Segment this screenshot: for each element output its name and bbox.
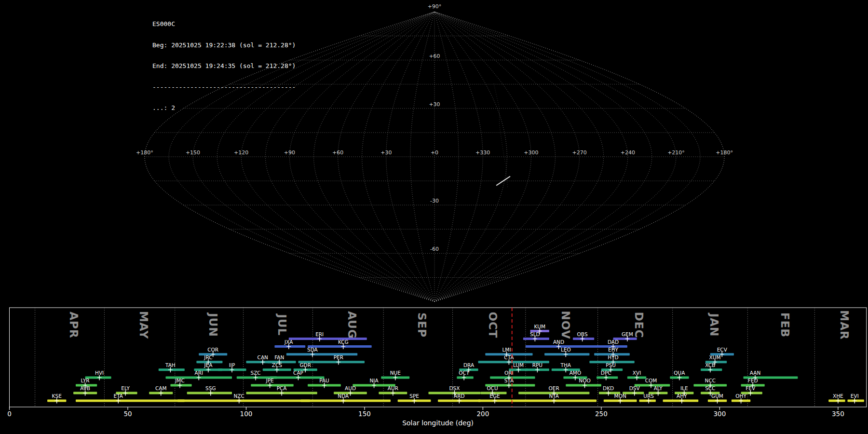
x-axis-title: Solar longitude (deg) xyxy=(402,419,474,427)
shower-label: SSG xyxy=(205,385,216,391)
shower-label: KUM xyxy=(534,324,545,329)
month-label: SEP xyxy=(416,312,428,338)
shower-label: SDA xyxy=(307,347,318,353)
grid-meridian xyxy=(169,12,434,301)
shower-label: SZC xyxy=(250,370,260,376)
shower-label: KSE xyxy=(52,393,62,399)
shower-label: OCU xyxy=(487,385,498,391)
shower-label: JXA xyxy=(284,339,293,345)
longitude-label: +90 xyxy=(284,149,295,156)
screenshot-root: ES000C Beg: 20251025 19:22:38 (sol = 212… xyxy=(0,0,868,434)
shower-label: LEO xyxy=(561,347,571,353)
shower-label: GUM xyxy=(711,393,723,399)
shower-label: DKD xyxy=(603,385,614,391)
x-tick-label: 50 xyxy=(123,410,132,418)
shower-bar xyxy=(177,400,310,402)
shower-label: EGE xyxy=(489,393,500,399)
shower-label: AUR xyxy=(388,385,398,391)
longitude-label: +270 xyxy=(572,149,586,156)
trajectory-curve xyxy=(494,83,508,188)
shower-label: SLD xyxy=(530,331,540,337)
shower-label: URS xyxy=(643,393,654,399)
shower-label: ARD xyxy=(454,393,465,399)
x-tick-label: 0 xyxy=(7,410,12,418)
shower-label: ERI xyxy=(315,331,324,337)
longitude-label: +300 xyxy=(524,149,538,156)
latitude-label: +30 xyxy=(429,101,440,108)
longitude-label: +150 xyxy=(186,149,200,156)
shower-label: ETA xyxy=(114,393,123,399)
shower-label: XUM xyxy=(709,354,721,360)
shower-label: NZC xyxy=(234,393,244,399)
shower-activity-chart: APRMAYJUNJULAUGSEPOCTNOVDECJANFEBMAR0501… xyxy=(0,304,868,434)
shower-label: GDR xyxy=(299,362,311,368)
shower-label: EHY xyxy=(608,347,619,353)
x-tick-label: 350 xyxy=(832,410,844,418)
shower-label: ZCS xyxy=(272,362,283,368)
longitude-label: +180° xyxy=(716,149,733,156)
shower-label: NTA xyxy=(549,393,559,399)
shower-label: JEA xyxy=(203,362,213,368)
shower-label: DPC xyxy=(601,370,611,376)
month-label: MAR xyxy=(838,310,851,339)
longitude-label: +120 xyxy=(234,149,248,156)
shower-label: CAM xyxy=(155,385,167,391)
shower-label: NUE xyxy=(390,370,401,376)
shower-label: AHY xyxy=(677,393,687,399)
x-tick-label: 100 xyxy=(240,410,253,418)
latitude-label: -60 xyxy=(430,246,439,252)
shower-label: FEV xyxy=(746,385,756,391)
month-label: MAY xyxy=(137,311,150,339)
shower-label: OCT xyxy=(459,370,470,376)
meteor-trail xyxy=(500,178,508,183)
shower-label: KCG xyxy=(338,339,349,345)
x-tick-label: 300 xyxy=(714,410,726,418)
shower-label: ARI xyxy=(195,370,203,376)
shower-label: GEM xyxy=(622,331,633,337)
grid-meridian xyxy=(145,12,434,301)
shower-label: AMO xyxy=(570,370,582,376)
shower-label: OER xyxy=(549,385,559,391)
shower-label: QUA xyxy=(674,370,685,376)
x-tick-label: 150 xyxy=(358,410,371,418)
shower-label: NCC xyxy=(705,378,716,383)
shower-label: OBS xyxy=(577,331,588,337)
shower-label: PER xyxy=(334,354,343,360)
shower-label: AVB xyxy=(80,385,90,391)
shower-label: AND xyxy=(553,339,564,345)
shower-label: ILE xyxy=(680,385,688,391)
shower-label: HYD xyxy=(608,354,618,360)
shower-label: FED xyxy=(748,378,758,383)
longitude-label: +60 xyxy=(332,149,343,156)
month-label: JUL xyxy=(276,313,288,336)
month-label: NOV xyxy=(559,311,572,339)
shower-label: PCA xyxy=(277,385,287,391)
shower-label: PAU xyxy=(319,378,329,383)
longitude-label: +0 xyxy=(431,149,438,156)
shower-label: AUD xyxy=(345,385,356,391)
shower-label: EVI xyxy=(851,393,859,399)
month-label: JUN xyxy=(207,312,219,337)
longitude-label: +180° xyxy=(136,149,153,156)
shower-label: OHY xyxy=(735,393,746,399)
shower-label: ECV xyxy=(717,347,728,353)
month-label: AUG xyxy=(346,311,358,339)
shower-label: CTA xyxy=(504,354,514,360)
shower-label: RPU xyxy=(532,362,542,368)
shower-label: XCB xyxy=(705,362,715,368)
grid-meridian xyxy=(434,12,628,301)
shower-label: ELY xyxy=(121,385,130,391)
month-label: FEB xyxy=(779,312,791,338)
shower-bar xyxy=(286,353,357,355)
shower-label: CAN xyxy=(258,354,268,360)
shower-label: IIP xyxy=(229,362,235,368)
shower-label: SPE xyxy=(409,393,419,399)
latitude-label: -30 xyxy=(430,198,439,204)
shower-label: NDA xyxy=(338,393,349,399)
shower-label: COM xyxy=(645,378,657,383)
sky-map: +90°+60+30-30-60-90°+180°+150+120+90+60+… xyxy=(0,0,868,304)
longitude-label: +240 xyxy=(621,149,635,156)
shower-label: SCC xyxy=(705,385,715,391)
shower-label: JPE xyxy=(266,378,274,383)
shower-label: NIA xyxy=(370,378,379,383)
